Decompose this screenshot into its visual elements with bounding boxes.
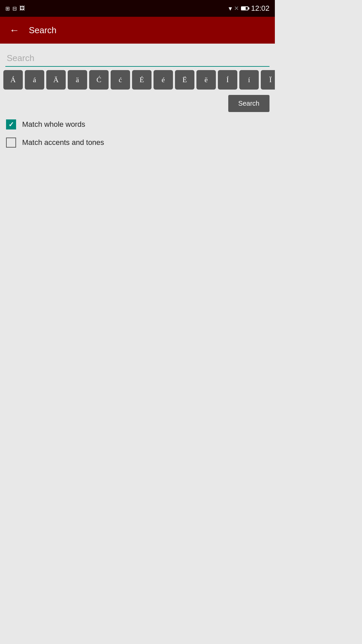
options-section: Match whole wordsMatch accents and tones xyxy=(0,115,275,152)
special-char-button[interactable]: Í xyxy=(218,70,237,90)
checkbox-inner-match-accents xyxy=(6,138,16,148)
special-char-button[interactable]: ë xyxy=(196,70,216,90)
special-char-button[interactable]: á xyxy=(25,70,44,90)
main-content: ÁáÄäĆćÉéËëÍíÏïÓó Search Match whole word… xyxy=(0,44,275,152)
option-row-match-whole-words: Match whole words xyxy=(5,119,269,130)
special-char-button[interactable]: Á xyxy=(3,70,23,90)
checkbox-match-whole-words[interactable] xyxy=(5,119,17,130)
checkbox-inner-match-whole-words xyxy=(6,119,16,129)
special-chars-row: ÁáÄäĆćÉéËëÍíÏïÓó xyxy=(0,67,275,93)
status-icons: ▾ ✕ xyxy=(229,4,248,12)
special-char-button[interactable]: É xyxy=(132,70,152,90)
app-icon-1: ⊞ xyxy=(5,5,10,12)
search-input[interactable] xyxy=(5,50,269,67)
option-label-match-accents: Match accents and tones xyxy=(22,138,104,147)
battery-icon xyxy=(241,6,248,10)
top-app-bar: ← Search xyxy=(0,17,275,44)
app-icon-3: 🖼 xyxy=(19,5,25,12)
special-char-button[interactable]: ć xyxy=(111,70,130,90)
special-char-button[interactable]: Ï xyxy=(261,70,275,90)
wifi-icon: ▾ xyxy=(229,4,232,12)
search-button-row: Search xyxy=(0,93,275,115)
search-button[interactable]: Search xyxy=(228,95,269,112)
option-row-match-accents: Match accents and tones xyxy=(5,137,269,148)
special-char-button[interactable]: ä xyxy=(68,70,87,90)
special-char-button[interactable]: Ć xyxy=(89,70,109,90)
back-arrow-icon: ← xyxy=(9,24,19,36)
status-time: 12:02 xyxy=(251,4,269,13)
status-bar: ⊞ ⊟ 🖼 ▾ ✕ 12:02 xyxy=(0,0,275,17)
checkbox-match-accents[interactable] xyxy=(5,137,17,148)
special-char-button[interactable]: Ä xyxy=(46,70,66,90)
back-button[interactable]: ← xyxy=(7,22,22,39)
option-label-match-whole-words: Match whole words xyxy=(22,120,85,129)
search-input-container xyxy=(0,44,275,67)
special-char-button[interactable]: é xyxy=(154,70,173,90)
page-title: Search xyxy=(29,25,56,36)
special-char-button[interactable]: í xyxy=(239,70,259,90)
special-char-button[interactable]: Ë xyxy=(175,70,194,90)
app-icon-2: ⊟ xyxy=(12,5,17,12)
signal-blocked-icon: ✕ xyxy=(234,5,239,12)
